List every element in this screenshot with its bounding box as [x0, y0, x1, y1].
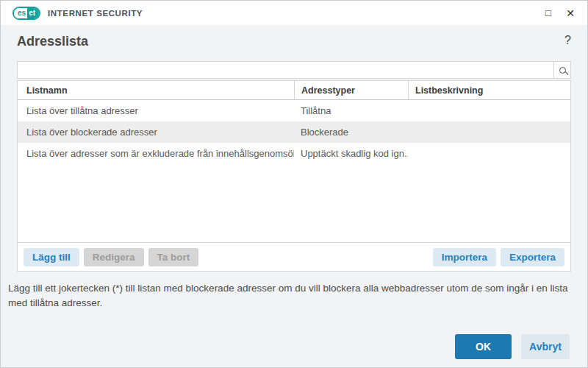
wildcard-note: Lägg till ett jokertecken (*) till lista…	[8, 281, 571, 310]
window-controls: □ ✕	[537, 1, 587, 25]
table-row[interactable]: Lista över blockerade adresserBlockerade	[18, 121, 570, 143]
cell-description	[408, 143, 570, 164]
eset-logo-part2: et	[27, 8, 39, 18]
cell-type: Blockerade	[294, 121, 408, 143]
remove-button[interactable]: Ta bort	[148, 248, 199, 266]
page-header: Adresslista ?	[17, 34, 571, 52]
ok-button[interactable]: OK	[455, 334, 512, 359]
cell-name: Lista över adresser som är exkluderade f…	[18, 143, 294, 164]
panel-footer: Lägg till Redigera Ta bort Importera Exp…	[18, 242, 570, 271]
edit-actions: Lägg till Redigera Ta bort	[24, 248, 198, 266]
edit-button[interactable]: Redigera	[84, 248, 144, 266]
table-row[interactable]: Lista över adresser som är exkluderade f…	[18, 143, 570, 164]
cell-type: Tillåtna	[294, 100, 408, 121]
maximize-button[interactable]: □	[537, 1, 559, 25]
eset-logo-icon: es et	[12, 7, 40, 20]
page-title: Adresslista	[17, 34, 88, 49]
cell-type: Upptäckt skadlig kod ign...	[294, 143, 408, 164]
cell-name: Lista över tillåtna adresser	[18, 100, 294, 121]
import-button[interactable]: Importera	[433, 248, 496, 266]
column-header-listnamn[interactable]: Listnamn	[18, 81, 294, 99]
search-icon	[559, 67, 566, 74]
close-button[interactable]: ✕	[559, 1, 581, 25]
cell-description	[408, 121, 570, 143]
table-body: Lista över tillåtna adresserTillåtnaList…	[18, 100, 570, 242]
column-header-adresstyper[interactable]: Adresstyper	[294, 81, 408, 99]
cell-name: Lista över blockerade adresser	[18, 121, 294, 143]
search-input[interactable]	[18, 62, 553, 78]
table-header: Listnamn Adresstyper Listbeskrivning	[18, 81, 570, 100]
search-box	[17, 61, 571, 79]
add-button[interactable]: Lägg till	[24, 248, 79, 266]
content-area: Adresslista ? Listnamn Adresstyper Listb…	[1, 25, 587, 367]
column-header-listbeskrivning[interactable]: Listbeskrivning	[408, 81, 570, 99]
product-name: INTERNET SECURITY	[48, 9, 143, 18]
cancel-button[interactable]: Avbryt	[521, 334, 570, 359]
address-list-panel: Listnamn Adresstyper Listbeskrivning Lis…	[17, 80, 571, 272]
help-icon[interactable]: ?	[564, 34, 571, 47]
eset-settings-window: es et INTERNET SECURITY □ ✕ Adresslista …	[0, 0, 588, 368]
titlebar: es et INTERNET SECURITY □ ✕	[1, 1, 587, 25]
search-button[interactable]	[553, 62, 570, 78]
eset-logo-part1: es	[14, 8, 27, 18]
dialog-buttons: OK Avbryt	[455, 334, 570, 359]
export-button[interactable]: Exportera	[501, 248, 564, 266]
transfer-actions: Importera Exportera	[433, 248, 564, 266]
table-row[interactable]: Lista över tillåtna adresserTillåtna	[18, 100, 570, 121]
cell-description	[408, 100, 570, 121]
